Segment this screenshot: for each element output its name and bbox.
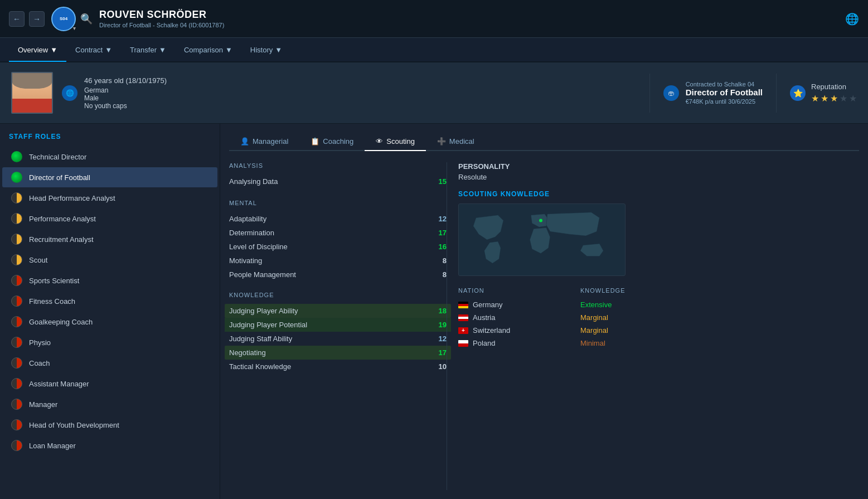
- analysis-section: ANALYSIS Analysing Data 15: [229, 162, 447, 188]
- back-button[interactable]: ←: [9, 11, 25, 27]
- stat-value-judging-player-potential: 19: [431, 321, 447, 329]
- nation-austria: Austria Marginal: [458, 311, 636, 324]
- role-icon-goalkeeping-coach: [11, 316, 22, 327]
- stat-name-tactical-knowledge: Tactical Knowledge: [229, 362, 431, 371]
- analysis-name: Analysing Data: [229, 177, 439, 186]
- stat-judging-player-potential: Judging Player Potential 19: [225, 318, 451, 332]
- role-scout[interactable]: Scout: [2, 250, 217, 270]
- stat-value-adaptability: 12: [431, 215, 447, 223]
- star-2: ★: [821, 93, 828, 104]
- star-4: ★: [840, 93, 847, 104]
- role-icon-recruitment-analyst: [11, 234, 22, 245]
- role-label-fitness-coach: Fitness Coach: [29, 297, 75, 306]
- role-loan-manager[interactable]: Loan Manager: [2, 435, 217, 456]
- tab-managerial-label: Managerial: [253, 137, 288, 146]
- role-goalkeeping-coach[interactable]: Goalkeeping Coach: [2, 312, 217, 332]
- stat-value-negotiating: 17: [431, 348, 447, 357]
- stat-name-adaptability: Adaptability: [229, 215, 431, 223]
- knowledge-switzerland: Marginal: [580, 326, 636, 335]
- role-icon-scout: [11, 254, 22, 265]
- stats-left: ANALYSIS Analysing Data 15 MENTAL Adapta…: [229, 162, 447, 490]
- tabs-row: 👤 Managerial 📋 Coaching 👁 Scouting ➕ Med…: [229, 133, 859, 151]
- person-name: ROUVEN SCHRÖDER: [99, 9, 224, 21]
- role-label-sports-scientist: Sports Scientist: [29, 277, 79, 285]
- globe-icon[interactable]: 🌐: [845, 12, 859, 26]
- stat-name-judging-player-ability: Judging Player Ability: [229, 307, 431, 315]
- role-label-loan-manager: Loan Manager: [29, 442, 76, 450]
- stat-value-determination: 17: [431, 229, 447, 237]
- top-bar: ← → S04 🔍 ROUVEN SCHRÖDER Director of Fo…: [0, 0, 868, 38]
- stat-value-judging-staff-ability: 12: [431, 335, 447, 343]
- flag-germany: [458, 302, 468, 308]
- profile-section: 🌐 46 years old (18/10/1975) German Male …: [0, 62, 868, 124]
- tab-scouting[interactable]: 👁 Scouting: [365, 133, 426, 151]
- reputation-section: ⭐ Reputation ★ ★ ★ ★ ★: [790, 83, 857, 104]
- role-coach[interactable]: Coach: [2, 353, 217, 373]
- stat-value-tactical-knowledge: 10: [431, 362, 447, 371]
- stat-value-motivating: 8: [431, 256, 447, 265]
- world-map-svg: [459, 204, 625, 275]
- role-director-of-football[interactable]: Director of Football: [2, 167, 217, 187]
- role-manager[interactable]: Manager: [2, 394, 217, 414]
- stats-area: ANALYSIS Analysing Data 15 MENTAL Adapta…: [229, 162, 859, 490]
- tab-managerial[interactable]: 👤 Managerial: [229, 133, 299, 151]
- role-label-technical-director: Technical Director: [29, 153, 86, 161]
- stat-value-judging-player-ability: 18: [431, 307, 447, 315]
- nav-transfer[interactable]: Transfer ▼: [121, 39, 175, 62]
- profile-youth: No youth caps: [84, 102, 636, 110]
- role-icon-performance-analyst: [11, 213, 22, 224]
- nation-name-poland: Poland: [473, 339, 580, 347]
- role-icon-manager: [11, 399, 22, 410]
- role-head-youth-development[interactable]: Head of Youth Development: [2, 415, 217, 435]
- role-label-performance-analyst: Performance Analyst: [29, 215, 96, 223]
- nation-table-header: NATION KNOWLEDGE: [458, 285, 636, 296]
- profile-age: 46 years old (18/10/1975): [84, 76, 636, 85]
- profile-nationality: German: [84, 86, 636, 94]
- reputation-icon: ⭐: [790, 85, 806, 101]
- nation-table: NATION KNOWLEDGE Germany Extensive Austr…: [458, 285, 636, 350]
- svg-point-1: [539, 219, 542, 222]
- nation-name-germany: Germany: [473, 301, 580, 309]
- role-icon-coach: [11, 357, 22, 369]
- nav-comparison[interactable]: Comparison ▼: [175, 39, 241, 62]
- forward-button[interactable]: →: [29, 11, 45, 27]
- nav-overview[interactable]: Overview ▼: [9, 39, 66, 62]
- role-icon-sports-scientist: [11, 275, 22, 286]
- divider-2: [776, 74, 777, 113]
- role-technical-director[interactable]: Technical Director: [2, 147, 217, 167]
- search-button[interactable]: 🔍: [80, 13, 93, 25]
- role-label-head-performance-analyst: Head Performance Analyst: [29, 194, 115, 202]
- role-label-scout: Scout: [29, 256, 47, 264]
- star-5: ★: [849, 93, 857, 104]
- role-fitness-coach[interactable]: Fitness Coach: [2, 291, 217, 311]
- analysis-value: 15: [439, 177, 447, 186]
- analysis-row-analysing-data: Analysing Data 15: [229, 175, 447, 188]
- tab-coaching-label: Coaching: [323, 137, 353, 146]
- role-physio[interactable]: Physio: [2, 332, 217, 352]
- star-3: ★: [830, 93, 838, 104]
- stat-name-judging-staff-ability: Judging Staff Ability: [229, 335, 431, 343]
- role-assistant-manager[interactable]: Assistant Manager: [2, 374, 217, 394]
- stat-name-level-of-discipline: Level of Discipline: [229, 243, 431, 251]
- scouting-icon: 👁: [376, 137, 383, 146]
- profile-details: 46 years old (18/10/1975) German Male No…: [84, 76, 636, 110]
- star-1: ★: [811, 93, 819, 104]
- nav-history[interactable]: History ▼: [241, 39, 291, 62]
- stat-judging-player-ability: Judging Player Ability 18: [225, 304, 451, 318]
- club-badge[interactable]: S04: [51, 7, 76, 31]
- tab-coaching[interactable]: 📋 Coaching: [299, 133, 365, 151]
- person-subtitle: Director of Football - Schalke 04 (ID:60…: [99, 22, 224, 28]
- role-sports-scientist[interactable]: Sports Scientist: [2, 270, 217, 290]
- knowledge-section: KNOWLEDGE Judging Player Ability 18 Judg…: [229, 292, 447, 374]
- role-icon-director-of-football: [11, 172, 22, 183]
- role-recruitment-analyst[interactable]: Recruitment Analyst: [2, 229, 217, 249]
- knowledge-austria: Marginal: [580, 313, 636, 322]
- nav-contract[interactable]: Contract ▼: [66, 39, 121, 62]
- knowledge-label: KNOWLEDGE: [229, 292, 447, 298]
- stat-name-judging-player-potential: Judging Player Potential: [229, 321, 431, 329]
- stat-people-management: People Management 8: [229, 268, 447, 282]
- role-performance-analyst[interactable]: Performance Analyst: [2, 209, 217, 229]
- role-icon-assistant-manager: [11, 378, 22, 389]
- role-head-performance-analyst[interactable]: Head Performance Analyst: [2, 188, 217, 208]
- tab-medical[interactable]: ➕ Medical: [426, 133, 486, 151]
